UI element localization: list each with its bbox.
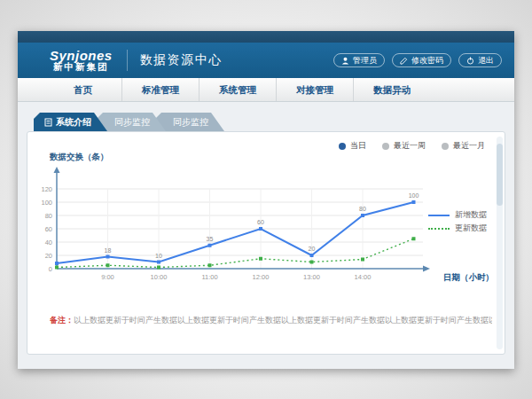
chart-legend: 新增数据 更新数据	[428, 208, 487, 235]
legend-label: 更新数据	[455, 223, 487, 234]
data-point-label: 100	[409, 192, 419, 199]
y-tick-label: 100	[41, 199, 52, 207]
y-tick-label: 40	[45, 239, 52, 246]
legend-item-new-data: 新增数据	[428, 208, 487, 222]
data-point	[412, 200, 416, 204]
data-point	[106, 263, 110, 267]
tab-bar: 系统介绍 同步监控 同步监控	[34, 113, 214, 131]
top-strip	[18, 31, 514, 43]
radio-last-week[interactable]: 最近一周	[382, 140, 426, 152]
change-password-button[interactable]: 修改密码	[392, 53, 451, 67]
header: Synjones 新中新集团 数据资源中心 管理员 修改密码 退出	[18, 43, 514, 78]
data-point	[208, 244, 212, 247]
data-point	[157, 266, 160, 270]
page-title: 数据资源中心	[140, 52, 223, 68]
y-tick-label: 80	[45, 212, 52, 220]
legend-label: 新增数据	[455, 209, 487, 221]
logo-wordmark: Synjones	[50, 49, 113, 63]
logout-button[interactable]: 退出	[458, 53, 502, 67]
radio-today[interactable]: 当日	[339, 140, 366, 152]
footnote: 备注：以上数据更新于时间产生数据以上数据更新于时间产生数据以上数据更新于时间产生…	[50, 315, 492, 326]
footnote-prefix: 备注：	[50, 316, 74, 325]
y-axis-label: 数据交换（条）	[50, 152, 109, 163]
data-point-label: 20	[309, 246, 316, 252]
y-tick-label: 20	[45, 252, 52, 260]
data-point	[259, 257, 262, 261]
data-point	[361, 258, 364, 262]
line-chart: 0204060801001209:0010:0011:0012:0013:001…	[27, 164, 444, 297]
user-menu: 管理员 修改密码 退出	[333, 53, 502, 67]
company-logo: Synjones 新中新集团	[50, 49, 113, 73]
y-tick-label: 60	[45, 225, 52, 233]
scrollbar[interactable]	[497, 137, 503, 349]
admin-label: 管理员	[353, 55, 377, 66]
nav-item-home[interactable]: 首页	[44, 78, 121, 101]
data-point	[412, 237, 416, 240]
logout-label: 退出	[478, 55, 494, 66]
x-axis-label: 日期（小时）	[443, 272, 494, 284]
logo-subtitle: 新中新集团	[50, 62, 113, 72]
data-point	[157, 261, 160, 264]
admin-button[interactable]: 管理员	[333, 53, 385, 67]
tab-sync-monitor-1[interactable]: 同步监控	[97, 113, 166, 131]
data-point	[55, 262, 59, 265]
main-nav: 首页 标准管理 系统管理 对接管理 数据异动	[18, 78, 514, 102]
document-icon	[44, 118, 52, 127]
data-point-label: 80	[359, 206, 366, 212]
x-tick-label: 10:00	[151, 273, 168, 281]
tab-label: 同步监控	[114, 116, 150, 129]
y-tick-label: 0	[49, 265, 52, 273]
x-tick-label: 9:00	[101, 273, 114, 281]
data-point	[259, 227, 262, 231]
radio-label: 最近一周	[394, 140, 426, 152]
data-point-label: 60	[257, 219, 264, 225]
user-icon	[341, 57, 349, 65]
content-panel: 当日 最近一周 最近一月 数据交换（条） 0204060801001209:00…	[27, 131, 505, 355]
radio-last-month[interactable]: 最近一月	[442, 140, 485, 152]
data-point-label: 35	[207, 236, 214, 242]
radio-dot	[442, 143, 449, 150]
data-point-label: 10	[155, 253, 162, 259]
x-axis-arrow	[423, 266, 430, 272]
radio-dot	[339, 143, 346, 150]
tab-label: 同步监控	[173, 116, 208, 129]
x-tick-label: 12:00	[253, 273, 270, 281]
data-point	[106, 255, 110, 259]
radio-label: 当日	[350, 140, 366, 152]
legend-item-update-data: 更新数据	[428, 222, 487, 235]
header-divider	[127, 50, 128, 71]
edit-icon	[400, 57, 408, 65]
nav-item-standard-mgmt[interactable]: 标准管理	[121, 78, 199, 101]
y-axis-arrow	[54, 167, 60, 173]
tab-label: 系统介绍	[56, 116, 91, 129]
tab-sync-monitor-2[interactable]: 同步监控	[155, 113, 224, 131]
data-point	[208, 263, 212, 267]
footnote-text: 以上数据更新于时间产生数据以上数据更新于时间产生数据以上数据更新于时间产生数据以…	[74, 316, 492, 325]
app-window: Synjones 新中新集团 数据资源中心 管理员 修改密码 退出 首页 标准管…	[18, 31, 514, 369]
x-tick-label: 11:00	[201, 273, 217, 281]
scrollbar-thumb[interactable]	[497, 144, 503, 206]
x-tick-label: 13:00	[303, 273, 320, 281]
y-tick-label: 120	[41, 185, 52, 193]
change-password-label: 修改密码	[411, 55, 443, 66]
legend-line-sample-blue	[428, 215, 450, 216]
radio-dot	[382, 143, 389, 150]
data-point	[310, 254, 314, 257]
radio-label: 最近一月	[453, 140, 485, 152]
nav-item-system-mgmt[interactable]: 系统管理	[199, 78, 276, 101]
nav-item-data-change[interactable]: 数据异动	[353, 78, 430, 101]
legend-line-sample-green	[428, 228, 450, 230]
power-icon	[466, 57, 474, 65]
tab-system-intro[interactable]: 系统介绍	[34, 113, 107, 131]
nav-item-interface-mgmt[interactable]: 对接管理	[276, 78, 353, 101]
x-tick-label: 14:00	[355, 273, 372, 281]
data-point	[361, 214, 364, 217]
data-point-label: 18	[105, 247, 112, 254]
time-range-filter: 当日 最近一周 最近一月	[339, 140, 485, 152]
data-point	[310, 261, 314, 264]
data-point	[55, 266, 59, 270]
